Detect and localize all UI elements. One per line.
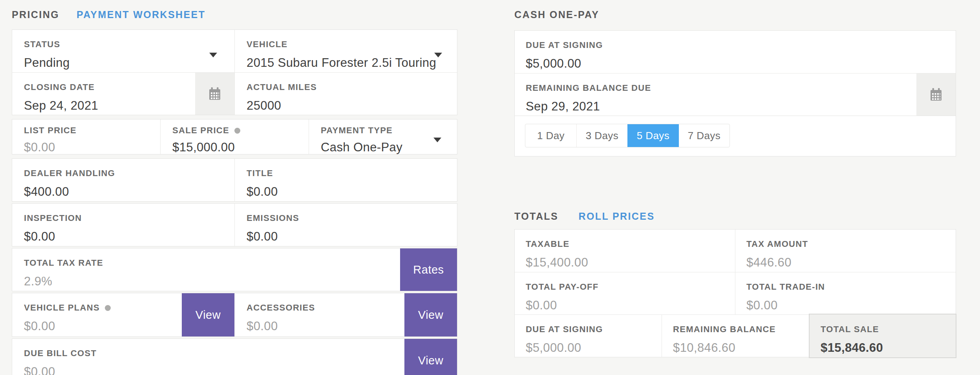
due-bill-cost-label: DUE BILL COST: [24, 349, 445, 358]
payment-type-field[interactable]: PAYMENT TYPE Cash One-Pay: [309, 119, 457, 154]
total-trade-in-label: TOTAL TRADE-IN: [746, 282, 944, 292]
day-option-3-days[interactable]: 3 Days: [576, 124, 627, 147]
total-tax-rate-value: 2.9%: [24, 274, 445, 289]
inspection-label: INSPECTION: [24, 213, 223, 223]
vehicle-value: 2015 Subaru Forester 2.5i Touring: [247, 56, 445, 70]
total-sale-field: TOTAL SALE $15,846.60: [809, 314, 956, 358]
total-trade-in-field: TOTAL TRADE-IN $0.00: [735, 272, 956, 314]
remaining-balance-field: REMAINING BALANCE $10,846.60: [662, 315, 809, 357]
totals-due-at-signing-field: DUE AT SIGNING $5,000.00: [515, 315, 662, 357]
emissions-field[interactable]: EMISSIONS $0.00: [234, 204, 457, 246]
balance-due-day-selector: 1 Day 3 Days 5 Days 7 Days: [525, 124, 730, 147]
tab-pricing[interactable]: PRICING: [12, 10, 59, 20]
total-tax-rate-field: TOTAL TAX RATE 2.9%: [12, 248, 457, 291]
roll-prices-link[interactable]: ROLL PRICES: [578, 211, 655, 222]
emissions-label: EMISSIONS: [247, 213, 445, 223]
signing-card: DUE AT SIGNING $5,000.00 REMAINING BALAN…: [514, 30, 956, 116]
due-bill-cost-value: $0.00: [24, 365, 445, 375]
title-fee-label: TITLE: [247, 169, 445, 178]
pricing-panel: PRICING PAYMENT WORKSHEET STATUS Pending…: [12, 10, 457, 375]
total-sale-value: $15,846.60: [821, 341, 945, 355]
price-card: LIST PRICE $0.00 SALE PRICE $15,000.00 P…: [12, 119, 457, 154]
total-pay-off-field: TOTAL PAY-OFF $0.00: [515, 272, 735, 314]
remaining-balance-label: REMAINING BALANCE: [673, 325, 797, 334]
actual-miles-value: 25000: [247, 99, 445, 113]
rates-button[interactable]: Rates: [400, 248, 457, 291]
plans-accessories-card: VEHICLE PLANS $0.00 View ACCESSORIES $0.…: [12, 293, 457, 337]
actual-miles-label: ACTUAL MILES: [247, 83, 445, 92]
due-at-signing-field[interactable]: DUE AT SIGNING $5,000.00: [515, 31, 956, 73]
tax-amount-value: $446.60: [746, 256, 944, 270]
accessories-field: ACCESSORIES $0.00 View: [234, 293, 457, 336]
totals-due-at-signing-value: $5,000.00: [526, 341, 650, 355]
closing-date-field[interactable]: CLOSING DATE Sep 24, 2021: [12, 73, 234, 115]
deal-worksheet-page: PRICING PAYMENT WORKSHEET STATUS Pending…: [0, 0, 980, 375]
list-price-label: LIST PRICE: [24, 126, 148, 135]
vehicle-plans-label-text: VEHICLE PLANS: [24, 303, 100, 312]
cash-one-pay-panel: CASH ONE-PAY DUE AT SIGNING $5,000.00 RE…: [514, 10, 956, 357]
fees-card-2: INSPECTION $0.00 EMISSIONS $0.00: [12, 203, 457, 246]
balance-due-calendar-button[interactable]: [916, 74, 956, 116]
status-value: Pending: [24, 56, 223, 70]
closing-date-label: CLOSING DATE: [24, 83, 223, 92]
actual-miles-field[interactable]: ACTUAL MILES 25000: [234, 73, 457, 115]
status-field[interactable]: STATUS Pending: [12, 30, 234, 72]
day-option-7-days[interactable]: 7 Days: [678, 124, 730, 147]
day-option-1-day[interactable]: 1 Day: [525, 124, 576, 147]
totals-header: TOTALS ROLL PRICES: [514, 211, 956, 221]
tax-amount-label: TAX AMOUNT: [746, 239, 944, 249]
remaining-balance-value: $10,846.60: [673, 341, 797, 355]
tab-payment-worksheet[interactable]: PAYMENT WORKSHEET: [77, 10, 205, 20]
vehicle-label: VEHICLE: [247, 40, 445, 49]
accessories-view-button[interactable]: View: [404, 293, 457, 336]
totals-due-at-signing-label: DUE AT SIGNING: [526, 325, 650, 334]
total-pay-off-label: TOTAL PAY-OFF: [526, 282, 723, 292]
due-at-signing-label: DUE AT SIGNING: [526, 40, 944, 50]
payment-type-label: PAYMENT TYPE: [321, 126, 445, 135]
due-bill-cost-field: DUE BILL COST $0.00 View: [12, 339, 457, 375]
payment-type-value: Cash One-Pay: [321, 140, 445, 154]
list-price-field[interactable]: LIST PRICE $0.00: [12, 119, 160, 154]
closing-date-calendar-button[interactable]: [195, 73, 234, 115]
total-tax-rate-label: TOTAL TAX RATE: [24, 258, 445, 268]
taxable-label: TAXABLE: [526, 239, 723, 249]
sale-price-label-text: SALE PRICE: [172, 126, 229, 135]
remaining-balance-due-field[interactable]: REMAINING BALANCE DUE Sep 29, 2021: [515, 74, 956, 116]
tax-amount-field: TAX AMOUNT $446.60: [735, 230, 956, 272]
calendar-icon: [209, 87, 221, 100]
remaining-balance-due-value: Sep 29, 2021: [526, 99, 944, 114]
status-label: STATUS: [24, 40, 223, 49]
chevron-down-icon: [433, 138, 441, 142]
day-selector-card: 1 Day 3 Days 5 Days 7 Days: [514, 116, 956, 156]
title-fee-field[interactable]: TITLE $0.00: [234, 159, 457, 201]
day-option-5-days[interactable]: 5 Days: [627, 124, 678, 147]
taxable-field: TAXABLE $15,400.00: [515, 230, 735, 272]
vehicle-field[interactable]: VEHICLE 2015 Subaru Forester 2.5i Tourin…: [234, 30, 457, 72]
due-bill-card: DUE BILL COST $0.00 View: [12, 338, 457, 375]
cash-one-pay-title: CASH ONE-PAY: [514, 10, 956, 20]
dealer-handling-value: $400.00: [24, 185, 223, 199]
inspection-value: $0.00: [24, 230, 223, 244]
sale-price-field[interactable]: SALE PRICE $15,000.00: [160, 119, 309, 154]
vehicle-plans-field: VEHICLE PLANS $0.00 View: [12, 293, 234, 336]
sale-price-label: SALE PRICE: [172, 126, 297, 135]
emissions-value: $0.00: [247, 230, 445, 244]
closing-date-value: Sep 24, 2021: [24, 99, 223, 113]
fees-card-1: DEALER HANDLING $400.00 TITLE $0.00: [12, 158, 457, 202]
inspection-field[interactable]: INSPECTION $0.00: [12, 204, 234, 246]
pricing-tabs: PRICING PAYMENT WORKSHEET: [12, 10, 457, 20]
total-pay-off-value: $0.00: [526, 298, 723, 312]
totals-card: TAXABLE $15,400.00 TAX AMOUNT $446.60 TO…: [514, 229, 956, 357]
info-dot-icon: [105, 305, 111, 311]
total-sale-label: TOTAL SALE: [821, 325, 945, 334]
calendar-icon: [930, 88, 942, 101]
chevron-down-icon: [209, 53, 217, 57]
dealer-handling-field[interactable]: DEALER HANDLING $400.00: [12, 159, 234, 201]
chevron-down-icon: [434, 53, 442, 57]
title-fee-value: $0.00: [247, 185, 445, 199]
vehicle-plans-view-button[interactable]: View: [182, 293, 234, 336]
due-bill-view-button[interactable]: View: [404, 339, 457, 375]
dealer-handling-label: DEALER HANDLING: [24, 169, 223, 178]
vehicle-status-card: STATUS Pending VEHICLE 2015 Subaru Fores…: [12, 29, 457, 115]
taxable-value: $15,400.00: [526, 256, 723, 270]
